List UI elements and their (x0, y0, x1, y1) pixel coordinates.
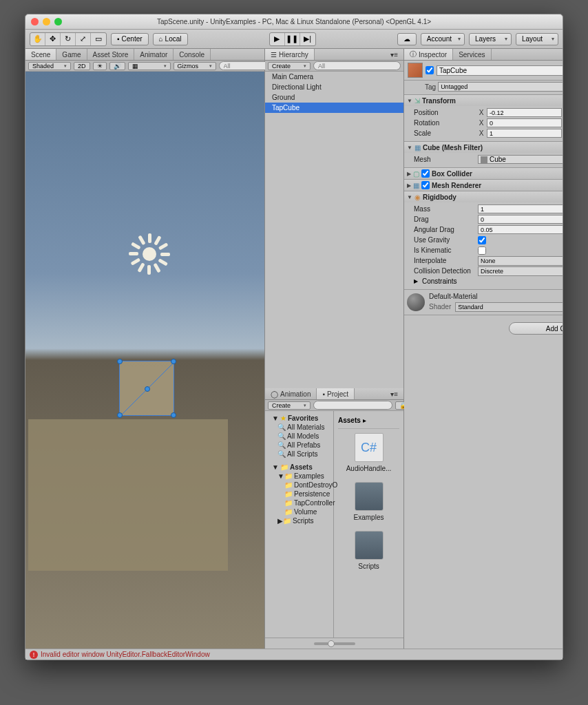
transform-icon: ⇲ (414, 97, 420, 105)
hierarchy-search[interactable] (313, 61, 401, 70)
folder-item[interactable]: 📁Volume (265, 507, 333, 516)
component-enabled-checkbox[interactable] (421, 169, 430, 178)
hierarchy-item[interactable]: Main Camera (265, 72, 403, 82)
add-component-button[interactable]: Add Component (509, 322, 563, 335)
close-window-icon[interactable] (31, 18, 39, 25)
pos-x-field[interactable] (487, 108, 562, 117)
collision-detection-dropdown[interactable]: Discrete (478, 266, 563, 276)
folder-item[interactable]: 📁TapController (265, 498, 333, 507)
hierarchy-item-selected[interactable]: TapCube (265, 103, 403, 113)
minimize-window-icon[interactable] (43, 18, 50, 25)
step-button[interactable]: ▶| (300, 33, 315, 45)
angular-drag-field[interactable] (478, 225, 563, 234)
selected-cube[interactable] (119, 361, 174, 416)
drag-field[interactable] (478, 215, 563, 224)
favorite-item[interactable]: 🔍All Models (265, 432, 333, 441)
2d-toggle[interactable]: 2D (74, 62, 90, 70)
hierarchy-create[interactable]: Create (268, 62, 311, 70)
cloud-button[interactable]: ☁ (397, 33, 417, 45)
interpolate-dropdown[interactable]: None (478, 256, 563, 266)
component-header[interactable]: ▶▦Mesh Renderer?⚙ (404, 180, 563, 191)
tab-hierarchy[interactable]: ☰ Hierarchy (265, 49, 315, 60)
layers-dropdown[interactable]: Layers (469, 33, 512, 45)
assets-header[interactable]: ▼📁Assets (265, 463, 333, 472)
scale-tool[interactable]: ⤢ (76, 33, 91, 45)
favorite-item[interactable]: 🔍All Scripts (265, 450, 333, 459)
tag-dropdown[interactable]: Untagged (438, 82, 563, 92)
mass-field[interactable] (478, 204, 563, 213)
breadcrumb[interactable]: Assets ▸ (338, 415, 399, 429)
tab-project[interactable]: ▪ Project (317, 388, 355, 399)
hierarchy-item[interactable]: Directional Light (265, 82, 403, 92)
tab-services[interactable]: Services (453, 49, 491, 60)
light-gizmo-icon[interactable] (129, 233, 170, 275)
project-search[interactable] (313, 401, 392, 410)
asset-item[interactable]: Scripts (338, 531, 399, 570)
scene-view[interactable] (25, 72, 264, 649)
transform-component: ▼⇲Transform?⚙ PositionXYZ RotationXYZ Sc… (404, 95, 563, 142)
project-tree: ▼★Favorites 🔍All Materials 🔍All Models 🔍… (265, 411, 334, 638)
layout-dropdown[interactable]: Layout (516, 33, 558, 45)
scene-tabs: Scene Game Asset Store Animator Console (25, 49, 264, 61)
folder-item[interactable]: 📁Persistence (265, 490, 333, 498)
rigidbody-component: ▼◉Rigidbody?⚙ Mass Drag Angular Drag Use… (404, 191, 563, 290)
folder-item[interactable]: ▼📁Examples (265, 472, 333, 481)
space-button[interactable]: ⌂Local (153, 33, 188, 45)
gizmos-dropdown[interactable]: Gizmos (174, 62, 216, 70)
pivot-button[interactable]: ▪Center (111, 33, 149, 45)
tab-game[interactable]: Game (56, 49, 87, 60)
rect-tool[interactable]: ▭ (91, 33, 106, 45)
meshrenderer-component: ▶▦Mesh Renderer?⚙ (404, 180, 563, 191)
audio-toggle[interactable]: 🔊 (109, 62, 125, 70)
rot-x-field[interactable] (487, 118, 562, 127)
tab-inspector[interactable]: ⓘ Inspector (404, 49, 453, 60)
pause-button[interactable]: ❚❚ (285, 33, 300, 45)
tab-scene[interactable]: Scene (25, 49, 56, 60)
asset-item[interactable]: C#AudioHandle... (338, 433, 399, 472)
lighting-toggle[interactable]: ☀ (93, 62, 107, 70)
component-header[interactable]: ▼◉Rigidbody?⚙ (404, 191, 563, 202)
enabled-checkbox[interactable] (426, 66, 434, 74)
material-slot[interactable]: Default-Material ShaderStandard ? (404, 290, 563, 315)
tab-animator[interactable]: Animator (134, 49, 174, 60)
move-tool[interactable]: ✥ (45, 33, 61, 45)
fx-toggle[interactable]: ▦ (128, 62, 171, 70)
folder-item[interactable]: 📁DontDestroyO (265, 481, 333, 490)
shader-dropdown[interactable]: Standard (455, 302, 563, 312)
constraints-foldout[interactable]: ▶Constraints (414, 276, 563, 286)
tab-console[interactable]: Console (174, 49, 211, 60)
component-enabled-checkbox[interactable] (421, 181, 430, 189)
account-dropdown[interactable]: Account (421, 33, 465, 45)
project-create[interactable]: Create (268, 401, 311, 410)
tab-asset-store[interactable]: Asset Store (87, 49, 135, 60)
maximize-window-icon[interactable] (54, 18, 62, 25)
play-button[interactable]: ▶ (270, 33, 285, 45)
asset-item[interactable]: Examples (338, 482, 399, 521)
tab-animation[interactable]: ◯ Animation (265, 388, 317, 399)
component-header[interactable]: ▼▦Cube (Mesh Filter)?⚙ (404, 142, 563, 153)
favorite-item[interactable]: 🔍All Materials (265, 423, 333, 432)
favorites-header[interactable]: ▼★Favorites (265, 414, 333, 423)
gameobject-icon[interactable] (408, 63, 423, 78)
shading-dropdown[interactable]: Shaded (28, 62, 71, 70)
grid-size-slider[interactable] (314, 642, 355, 645)
mesh-asset-icon (481, 156, 487, 163)
panel-menu-icon[interactable]: ▾≡ (385, 388, 403, 399)
project-grid: Assets ▸ C#AudioHandle... Examples Scrip… (334, 411, 403, 638)
hierarchy-item[interactable]: Ground (265, 92, 403, 103)
rigidbody-icon: ◉ (414, 193, 421, 201)
component-header[interactable]: ▶▢Box Collider?⚙ (404, 168, 563, 179)
component-header[interactable]: ▼⇲Transform?⚙ (404, 95, 563, 106)
panel-menu-icon[interactable]: ▾≡ (385, 49, 403, 60)
gravity-checkbox[interactable] (478, 236, 486, 244)
ground-object[interactable] (28, 419, 228, 571)
rotate-tool[interactable]: ↻ (61, 33, 76, 45)
folder-item[interactable]: ▶📁Scripts (265, 516, 333, 525)
kinematic-checkbox[interactable] (478, 246, 486, 255)
scale-x-field[interactable] (487, 129, 562, 138)
mesh-field[interactable]: Cube⊙ (478, 155, 563, 164)
hand-tool[interactable]: ✋ (30, 33, 45, 45)
status-bar[interactable]: ! Invalid editor window UnityEditor.Fall… (25, 649, 563, 660)
favorite-item[interactable]: 🔍All Prefabs (265, 441, 333, 450)
name-field[interactable] (437, 65, 563, 76)
